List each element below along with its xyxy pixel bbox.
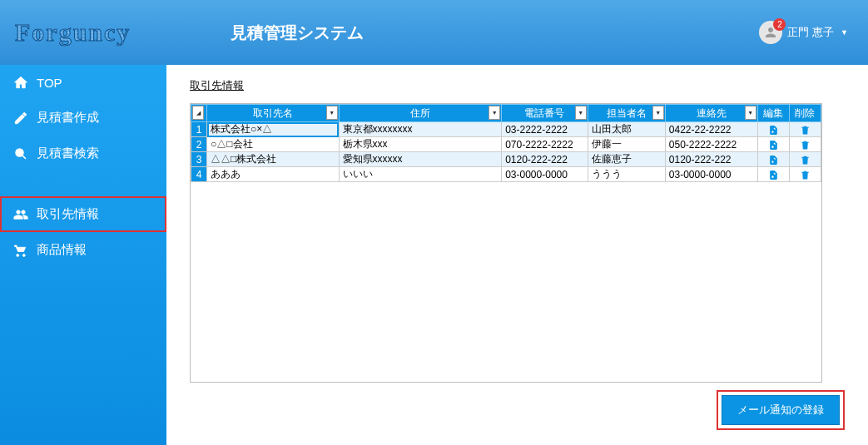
filter-dropdown-icon[interactable]: ▼ <box>652 106 664 120</box>
app-title: 見積管理システム <box>231 22 759 44</box>
sidebar-item-top[interactable]: TOP <box>0 65 166 100</box>
cell-addr[interactable]: 東京都xxxxxxxx <box>339 122 502 137</box>
cell-contact[interactable]: 0120-222-222 <box>665 152 757 167</box>
sidebar-item-products[interactable]: 商品情報 <box>0 232 166 268</box>
col-addr[interactable]: 住所▼ <box>339 105 502 122</box>
table-row[interactable]: 4あああいいい03-0000-0000ううう03-0000-0000 <box>191 167 821 182</box>
cart-icon <box>13 243 28 258</box>
user-menu[interactable]: 2 正門 恵子 ▼ <box>759 21 848 44</box>
grid-corner: ◢ <box>191 105 207 122</box>
filter-dropdown-icon[interactable]: ▼ <box>745 106 756 120</box>
row-number: 4 <box>191 167 207 182</box>
cell-tel[interactable]: 070-2222-2222 <box>502 137 588 152</box>
col-edit: 編集 <box>757 105 789 122</box>
table-row[interactable]: 1株式会社○×△東京都xxxxxxxx03-2222-2222山田太郎0422-… <box>191 122 821 137</box>
filter-dropdown-icon[interactable]: ▼ <box>326 106 338 120</box>
user-name: 正門 恵子 <box>787 25 834 40</box>
search-icon <box>13 146 28 161</box>
svg-line-1 <box>22 155 26 158</box>
filter-dropdown-icon[interactable]: ▼ <box>575 106 587 120</box>
cell-contact[interactable]: 0422-22-2222 <box>665 122 757 137</box>
main-content: 取引先情報 ◢ 取引先名▼ 住所▼ 電話番号▼ 担当者名▼ 連絡先▼ <box>166 65 868 445</box>
avatar: 2 <box>759 21 782 44</box>
cell-person[interactable]: 伊藤一 <box>588 137 665 152</box>
sidebar-item-label: 商品情報 <box>37 242 87 258</box>
cell-name[interactable]: △△□株式会社 <box>207 152 340 167</box>
cell-tel[interactable]: 0120-222-222 <box>502 152 588 167</box>
app-header: Forguncy 見積管理システム 2 正門 恵子 ▼ <box>0 0 868 65</box>
row-number: 2 <box>191 137 207 152</box>
delete-icon[interactable] <box>789 122 821 137</box>
cell-tel[interactable]: 03-2222-2222 <box>502 122 588 137</box>
row-number: 3 <box>191 152 207 167</box>
svg-point-0 <box>16 149 23 156</box>
cell-addr[interactable]: 愛知県xxxxxx <box>339 152 502 167</box>
cell-person[interactable]: ううう <box>588 167 665 182</box>
grid-empty-area <box>191 182 821 382</box>
cell-tel[interactable]: 03-0000-0000 <box>502 167 588 182</box>
page-title: 取引先情報 <box>190 78 845 93</box>
app-logo: Forguncy <box>15 18 131 47</box>
pencil-icon <box>13 111 28 126</box>
edit-icon[interactable] <box>757 167 789 182</box>
edit-icon[interactable] <box>757 137 789 152</box>
col-delete: 削除 <box>789 105 821 122</box>
edit-icon[interactable] <box>757 152 789 167</box>
table-row[interactable]: 2○△□会社栃木県xxx070-2222-2222伊藤一050-2222-222… <box>191 137 821 152</box>
cell-contact[interactable]: 03-0000-0000 <box>665 167 757 182</box>
cell-name[interactable]: 株式会社○×△ <box>207 122 340 137</box>
table-row[interactable]: 3△△□株式会社愛知県xxxxxx0120-222-222佐藤恵子0120-22… <box>191 152 821 167</box>
chevron-down-icon: ▼ <box>841 28 848 37</box>
cell-addr[interactable]: いいい <box>339 167 502 182</box>
register-button-highlight: メール通知の登録 <box>717 390 845 430</box>
delete-icon[interactable] <box>789 167 821 182</box>
sidebar-item-label: 取引先情報 <box>37 206 99 222</box>
filter-dropdown-icon[interactable]: ▼ <box>489 106 500 120</box>
delete-icon[interactable] <box>789 152 821 167</box>
home-icon <box>13 75 28 90</box>
sidebar: TOP 見積書作成 見積書検索 取引先情報 商品情報 <box>0 65 166 445</box>
edit-icon[interactable] <box>757 122 789 137</box>
row-number: 1 <box>191 122 207 137</box>
sidebar-item-customers[interactable]: 取引先情報 <box>0 196 166 232</box>
col-tel[interactable]: 電話番号▼ <box>502 105 588 122</box>
col-contact[interactable]: 連絡先▼ <box>665 105 757 122</box>
col-name[interactable]: 取引先名▼ <box>207 105 340 122</box>
sidebar-item-label: TOP <box>37 76 62 90</box>
sidebar-item-search-quote[interactable]: 見積書検索 <box>0 136 166 171</box>
cell-person[interactable]: 山田太郎 <box>588 122 665 137</box>
cell-person[interactable]: 佐藤恵子 <box>588 152 665 167</box>
sidebar-item-label: 見積書作成 <box>37 110 99 126</box>
cell-name[interactable]: あああ <box>207 167 340 182</box>
register-mail-button[interactable]: メール通知の登録 <box>722 395 840 425</box>
grid-header-row: ◢ 取引先名▼ 住所▼ 電話番号▼ 担当者名▼ 連絡先▼ 編集 削除 <box>191 105 821 122</box>
users-icon <box>13 207 28 222</box>
col-person[interactable]: 担当者名▼ <box>588 105 665 122</box>
cell-name[interactable]: ○△□会社 <box>207 137 340 152</box>
notification-badge: 2 <box>773 18 786 31</box>
cell-addr[interactable]: 栃木県xxx <box>339 137 502 152</box>
cell-contact[interactable]: 050-2222-2222 <box>665 137 757 152</box>
sidebar-item-create-quote[interactable]: 見積書作成 <box>0 100 166 136</box>
sidebar-item-label: 見積書検索 <box>37 146 99 161</box>
select-all-dropdown-icon[interactable]: ◢ <box>192 106 204 120</box>
delete-icon[interactable] <box>789 137 821 152</box>
customers-grid: ◢ 取引先名▼ 住所▼ 電話番号▼ 担当者名▼ 連絡先▼ 編集 削除 1株式会社… <box>190 103 822 383</box>
